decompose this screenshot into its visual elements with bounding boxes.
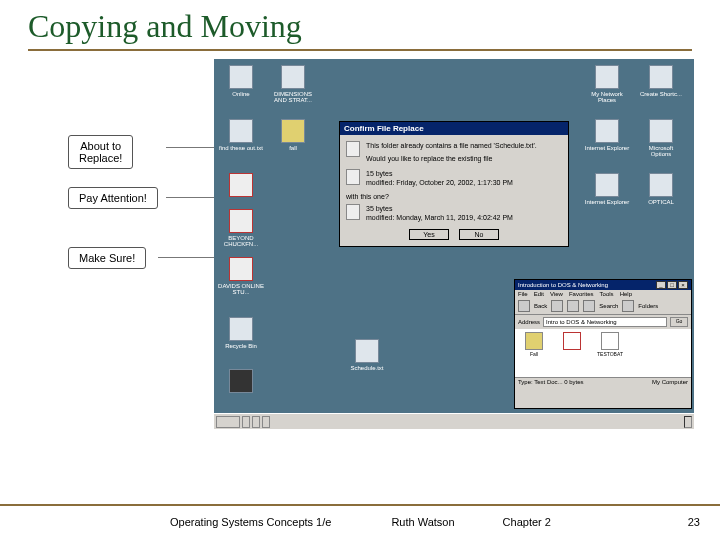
recycle-bin-icon[interactable]: Recycle Bin <box>218 317 264 349</box>
up-button[interactable] <box>567 300 579 312</box>
taskbar-button[interactable] <box>252 416 260 428</box>
slide-title: Copying and Moving <box>28 8 692 45</box>
content-area: About to Replace! Pay Attention! Make Su… <box>28 59 692 439</box>
dialog-file-date: modified: Monday, March 11, 2019, 4:02:4… <box>366 213 562 222</box>
folder-item[interactable] <box>556 332 588 374</box>
close-button[interactable]: × <box>678 281 688 289</box>
folders-label: Folders <box>638 303 658 309</box>
dialog-title: Confirm File Replace <box>340 122 568 135</box>
folder-content: Fall TESTOBAT <box>515 329 691 377</box>
address-bar: Address Go <box>515 315 691 329</box>
menu-bar: File Edit View Favorites Tools Help <box>515 290 691 298</box>
slide-footer: Operating Systems Concepts 1/e Ruth Wats… <box>0 504 720 528</box>
status-bar: Type: Text Doc... 0 bytes My Computer <box>515 377 691 386</box>
taskbar-button[interactable] <box>242 416 250 428</box>
desktop-icon[interactable]: DAVIDS ONLINE STU... <box>218 257 264 295</box>
file-icon <box>346 169 360 185</box>
callout-attention: Pay Attention! <box>68 187 158 209</box>
folder-item[interactable]: Fall <box>518 332 550 374</box>
desktop-icon[interactable]: find these out.txt <box>218 119 264 151</box>
desktop-icon[interactable]: Schedule.txt <box>344 339 390 371</box>
forward-button[interactable] <box>551 300 563 312</box>
menu-view[interactable]: View <box>550 291 563 297</box>
folder-item[interactable]: TESTOBAT <box>594 332 626 374</box>
dialog-text: with this one? <box>346 193 562 200</box>
search-label: Search <box>599 303 618 309</box>
dialog-text: This folder already contains a file name… <box>366 141 562 150</box>
desktop-icon[interactable]: Microsoft Options <box>638 119 684 157</box>
system-tray[interactable] <box>684 416 692 428</box>
desktop-icon[interactable]: DIMENSIONS AND STRAT... <box>270 65 316 103</box>
dialog-file-date: modified: Friday, October 20, 2002, 1:17… <box>366 178 562 187</box>
no-button[interactable]: No <box>459 229 499 240</box>
menu-help[interactable]: Help <box>620 291 632 297</box>
toolbar: Back Search Folders <box>515 298 691 315</box>
footer-book: Operating Systems Concepts 1/e <box>170 516 331 528</box>
desktop-icon[interactable] <box>218 369 264 395</box>
desktop-screenshot: Online find these out.txt BEYOND CHUCKFN… <box>214 59 694 429</box>
taskbar-button[interactable] <box>262 416 270 428</box>
callout-text: Make Sure! <box>79 252 135 264</box>
file-icon <box>346 204 360 220</box>
footer-author: Ruth Watson <box>391 516 454 528</box>
title-divider <box>28 49 692 51</box>
back-label: Back <box>534 303 547 309</box>
desktop-icon[interactable]: fall <box>270 119 316 151</box>
back-button[interactable] <box>518 300 530 312</box>
folders-button[interactable] <box>622 300 634 312</box>
callout-text: Pay Attention! <box>79 192 147 204</box>
address-input[interactable] <box>543 317 667 327</box>
go-button[interactable]: Go <box>670 317 688 327</box>
minimize-button[interactable]: _ <box>656 281 666 289</box>
callout-makesure: Make Sure! <box>68 247 146 269</box>
menu-favorites[interactable]: Favorites <box>569 291 594 297</box>
maximize-button[interactable]: □ <box>667 281 677 289</box>
dialog-file-size: 35 bytes <box>366 204 562 213</box>
menu-tools[interactable]: Tools <box>600 291 614 297</box>
menu-edit[interactable]: Edit <box>534 291 544 297</box>
desktop-icon[interactable]: Internet Explorer <box>584 119 630 151</box>
menu-file[interactable]: File <box>518 291 528 297</box>
window-titlebar: Introduction to DOS & Networking _ □ × <box>515 280 691 290</box>
desktop-icon[interactable] <box>218 173 264 199</box>
desktop-icon[interactable]: My Network Places <box>584 65 630 103</box>
dialog-text: Would you like to replace the existing f… <box>366 154 562 163</box>
page-number: 23 <box>688 516 700 528</box>
explorer-window: Introduction to DOS & Networking _ □ × F… <box>514 279 692 409</box>
search-button[interactable] <box>583 300 595 312</box>
desktop-icon[interactable]: BEYOND CHUCKFN... <box>218 209 264 247</box>
footer-chapter: Chapter 2 <box>503 516 551 528</box>
desktop-icon[interactable]: Internet Explorer <box>584 173 630 205</box>
status-location: My Computer <box>652 379 688 385</box>
callout-replace: About to Replace! <box>68 135 133 169</box>
start-button[interactable] <box>216 416 240 428</box>
confirm-replace-dialog: Confirm File Replace This folder already… <box>339 121 569 247</box>
callout-text: About to Replace! <box>79 140 122 164</box>
address-label: Address <box>518 319 540 325</box>
status-text: Type: Text Doc... 0 bytes <box>518 379 584 385</box>
desktop-icon[interactable]: OPTICAL <box>638 173 684 205</box>
yes-button[interactable]: Yes <box>409 229 449 240</box>
dialog-file-size: 15 bytes <box>366 169 562 178</box>
taskbar <box>214 413 694 429</box>
window-title: Introduction to DOS & Networking <box>518 282 608 288</box>
desktop-icon[interactable]: Online <box>218 65 264 97</box>
desktop-icon[interactable]: Create Shortc... <box>638 65 684 97</box>
warning-icon <box>346 141 360 157</box>
